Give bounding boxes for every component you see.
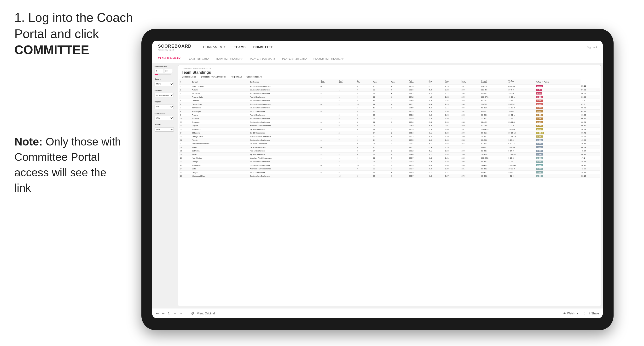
table-cell: 82-18-3 [480, 120, 508, 124]
table-cell: 26 [372, 95, 390, 99]
table-cell: 13-24-1 [508, 117, 535, 120]
table-cell: -0.4 [428, 167, 444, 171]
table-cell: 1.98 [444, 110, 461, 113]
table-cell: -5.1 [428, 149, 444, 153]
table-cell: — [320, 164, 338, 167]
filter-min-rounds-label: Minimum Rou... [154, 66, 174, 68]
table-cell: 8 [390, 153, 408, 156]
share-button[interactable]: ⬆ Share [588, 312, 599, 315]
sign-out-link[interactable]: Sign out [586, 46, 597, 49]
tablet-frame: SCOREBOARD Powered by clippd TOURNAMENTS… [142, 29, 614, 330]
table-cell: Big 12 Conference [249, 153, 320, 156]
watch-button[interactable]: 👁 Watch ▼ [563, 312, 579, 315]
table-cell: 203 [461, 92, 480, 95]
division-select[interactable]: NCAA Division I [154, 93, 174, 97]
table-cell: -6.2 [428, 92, 444, 95]
table-cell: Pac-12 Conference [249, 110, 320, 113]
table-cell: 6 [390, 88, 408, 92]
table-cell: 8 [356, 120, 372, 124]
min-rounds-slider[interactable] [154, 74, 171, 75]
table-cell: -3.5 [428, 117, 444, 120]
subnav-team-h2h-heatmap[interactable]: TEAM H2H HEATMAP [216, 56, 243, 61]
table-cell: Pac-12 Conference [249, 171, 320, 174]
add-icon[interactable]: ＋ [173, 311, 177, 316]
expand-icon[interactable]: ⛶ [582, 312, 585, 315]
table-cell: 7 [356, 171, 372, 174]
view-original-label: View: Original [197, 312, 215, 315]
table-cell: 86-25-1 [480, 110, 508, 113]
region-filter-value: All [239, 76, 242, 78]
instruction-area: 1. Log into the Coach Portal and click C… [14, 9, 134, 58]
table-container[interactable]: # School Conference RegRank ConfRank NoT… [178, 79, 600, 306]
table-cell: 278.7 [408, 156, 428, 160]
table-cell: 38.54 [580, 160, 600, 164]
redo-icon[interactable]: ↪ [162, 312, 165, 315]
table-cell: 89.11 [580, 84, 600, 88]
clock-icon[interactable]: ⏱ [191, 312, 194, 315]
table-cell: 12 [179, 124, 191, 128]
subnav-player-summary[interactable]: PLAYER SUMMARY [250, 56, 276, 61]
table-cell: 49-23-1 [508, 95, 535, 99]
table-cell: 63-15-1 [480, 99, 508, 102]
table-cell: 21 [372, 124, 390, 128]
table-cell: 39-23-1 [535, 113, 580, 117]
undo-icon[interactable]: ↩ [156, 312, 159, 315]
table-cell: 60.71 [580, 120, 600, 124]
table-cell: 27 [372, 153, 390, 156]
minus-icon[interactable]: － [180, 311, 183, 316]
table-cell: Ole Miss [191, 99, 249, 102]
subnav-team-summary[interactable]: TEAM SUMMARY [158, 56, 180, 61]
nav-committee[interactable]: COMMITTEE [253, 44, 273, 50]
gender-select[interactable]: Men's Women's [154, 82, 174, 86]
school-select[interactable]: (All) [154, 127, 174, 132]
table-cell: 8 [356, 174, 372, 178]
table-cell: 1.39 [444, 167, 461, 171]
table-cell: 18 [179, 146, 191, 149]
table-cell: 4 [338, 149, 356, 153]
table-cell: 15-32-0 [508, 128, 535, 131]
subnav-player-h2h-heatmap[interactable]: PLAYER H2H HEATMAP [314, 56, 344, 61]
table-cell: New Mexico [191, 156, 249, 160]
table-cell: 39-20-1 [535, 110, 580, 113]
nav-teams[interactable]: TEAMS [234, 44, 246, 50]
table-cell: 2 [338, 131, 356, 135]
min-rounds-min-input[interactable] [154, 69, 163, 73]
table-cell: 20 [179, 153, 191, 156]
table-cell: 2.11 [444, 106, 461, 110]
table-row: 22GeorgiaSoutheastern Conference—8721127… [179, 160, 600, 164]
table-cell: 9 [356, 95, 372, 99]
table-cell: 38.13 [580, 174, 600, 178]
table-cell: Southeastern Conference [249, 117, 320, 120]
table-cell: 9 [356, 88, 372, 92]
region-filter: Region: All [231, 76, 242, 78]
conference-select[interactable]: (All) [154, 116, 174, 120]
table-cell: 40-38-2 [535, 128, 580, 131]
table-cell: 42.98 [580, 167, 600, 171]
table-cell: -2.9 [428, 138, 444, 142]
table-cell: Virginia [191, 124, 249, 128]
table-row: 14OklahomaBig 12 Conference—24242276.6-3… [179, 131, 600, 135]
view-original-button[interactable]: View: Original [197, 312, 215, 315]
subnav-player-h2h-grid[interactable]: PLAYER H2H GRID [282, 56, 307, 61]
table-row: 7TennesseeSoutheastern Conference—461822… [179, 106, 600, 110]
table-cell: 60.23 [580, 113, 600, 117]
subnav-team-h2h-grid[interactable]: TEAM H2H GRID [187, 56, 209, 61]
table-row: 2AuburnSoutheastern Conference—19276273.… [179, 88, 600, 92]
table-cell: 279.7 [408, 167, 428, 171]
logo-area: SCOREBOARD Powered by clippd [158, 44, 192, 51]
col-conference: Conference [249, 79, 320, 84]
refresh-icon[interactable]: ↻ [168, 312, 170, 315]
table-cell: — [320, 142, 338, 146]
table-cell: 1.53 [444, 149, 461, 153]
table-cell: 37-30-0 [535, 167, 580, 171]
table-cell: -5.2 [428, 84, 444, 88]
note-label: Note: [14, 136, 43, 148]
table-cell: 30 [372, 164, 390, 167]
table-cell: -5.0 [428, 88, 444, 92]
table-cell: 59.47 [580, 135, 600, 138]
table-cell: 6 [179, 102, 191, 106]
region-select[interactable]: N/A [154, 105, 174, 109]
nav-tournaments[interactable]: TOURNAMENTS [201, 44, 226, 50]
col-vs-top-50: Vs Top 50 Points [535, 79, 580, 84]
min-rounds-max-input[interactable] [164, 69, 173, 73]
